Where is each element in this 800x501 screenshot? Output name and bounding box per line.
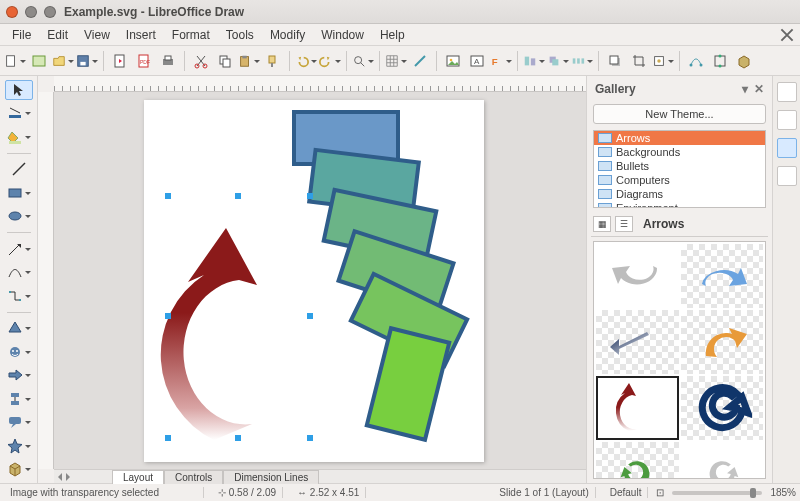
export-pdf-button[interactable]: PDF bbox=[133, 50, 155, 72]
templates-button[interactable] bbox=[28, 50, 50, 72]
tab-layout[interactable]: Layout bbox=[112, 470, 164, 484]
open-button[interactable] bbox=[52, 50, 74, 72]
gallery-menu-icon[interactable]: ▾ bbox=[742, 82, 748, 96]
menu-insert[interactable]: Insert bbox=[118, 26, 164, 44]
sidebar-navigator-icon[interactable] bbox=[777, 166, 797, 186]
tab-controls[interactable]: Controls bbox=[164, 470, 223, 484]
arrow-thumb-3[interactable] bbox=[596, 310, 679, 374]
export-button[interactable] bbox=[109, 50, 131, 72]
redo-button[interactable] bbox=[319, 50, 341, 72]
new-theme-button[interactable]: New Theme... bbox=[593, 104, 766, 124]
sidebar-gallery-icon[interactable] bbox=[777, 138, 797, 158]
sidebar-properties-icon[interactable] bbox=[777, 82, 797, 102]
fontwork-button[interactable]: F bbox=[490, 50, 512, 72]
print-button[interactable] bbox=[157, 50, 179, 72]
theme-item-bullets[interactable]: Bullets bbox=[594, 159, 765, 173]
tab-dimension-lines[interactable]: Dimension Lines bbox=[223, 470, 319, 484]
sidebar-shapes-icon[interactable] bbox=[777, 110, 797, 130]
copy-button[interactable] bbox=[214, 50, 236, 72]
ellipse-tool[interactable] bbox=[5, 207, 33, 227]
arrow-thumb-4[interactable] bbox=[681, 310, 764, 374]
selection-handle[interactable] bbox=[235, 435, 241, 441]
connector-tool[interactable] bbox=[5, 286, 33, 306]
gluepoints-button[interactable] bbox=[709, 50, 731, 72]
basic-shapes-tool[interactable] bbox=[5, 318, 33, 338]
drawing-canvas[interactable] bbox=[54, 92, 586, 469]
extrusion-button[interactable] bbox=[733, 50, 755, 72]
3d-objects-tool[interactable] bbox=[5, 459, 33, 479]
fill-color-tool[interactable] bbox=[5, 127, 33, 147]
arrow-thumb-7[interactable] bbox=[596, 442, 679, 479]
theme-item-backgrounds[interactable]: Backgrounds bbox=[594, 145, 765, 159]
distribute-button[interactable] bbox=[571, 50, 593, 72]
theme-item-environment[interactable]: Environment bbox=[594, 201, 765, 208]
save-button[interactable] bbox=[76, 50, 98, 72]
page[interactable] bbox=[144, 100, 484, 462]
zoom-button[interactable] bbox=[352, 50, 374, 72]
rectangle-tool[interactable] bbox=[5, 183, 33, 203]
helplines-button[interactable] bbox=[409, 50, 431, 72]
shadow-button[interactable] bbox=[604, 50, 626, 72]
selection-handle[interactable] bbox=[235, 193, 241, 199]
curve-tool[interactable] bbox=[5, 263, 33, 283]
arrow-line-tool[interactable] bbox=[5, 239, 33, 259]
callout-tool[interactable] bbox=[5, 412, 33, 432]
paste-button[interactable] bbox=[238, 50, 260, 72]
insert-textbox-button[interactable]: A bbox=[466, 50, 488, 72]
selection-handle[interactable] bbox=[307, 435, 313, 441]
arrange-button[interactable] bbox=[547, 50, 569, 72]
theme-item-computers[interactable]: Computers bbox=[594, 173, 765, 187]
cut-button[interactable] bbox=[190, 50, 212, 72]
detail-view-button[interactable]: ☰ bbox=[615, 216, 633, 232]
canvas-rectangle[interactable] bbox=[367, 328, 449, 440]
arrow-thumb-6[interactable] bbox=[681, 376, 764, 440]
fit-page-icon[interactable]: ⊡ bbox=[656, 487, 664, 498]
clone-formatting-button[interactable] bbox=[262, 50, 284, 72]
selection-handle[interactable] bbox=[165, 193, 171, 199]
block-arrows-tool[interactable] bbox=[5, 365, 33, 385]
new-document-button[interactable] bbox=[4, 50, 26, 72]
zoom-slider[interactable] bbox=[672, 491, 762, 495]
gallery-theme-list[interactable]: ArrowsBackgroundsBulletsComputersDiagram… bbox=[593, 130, 766, 208]
grid-button[interactable] bbox=[385, 50, 407, 72]
selection-handle[interactable] bbox=[307, 193, 313, 199]
line-color-tool[interactable] bbox=[5, 104, 33, 124]
crop-button[interactable] bbox=[628, 50, 650, 72]
icon-view-button[interactable]: ▦ bbox=[593, 216, 611, 232]
selection-handle[interactable] bbox=[165, 313, 171, 319]
select-tool[interactable] bbox=[5, 80, 33, 100]
line-tool[interactable] bbox=[5, 160, 33, 180]
window-minimize-button[interactable] bbox=[25, 6, 37, 18]
menu-help[interactable]: Help bbox=[372, 26, 413, 44]
filter-button[interactable] bbox=[652, 50, 674, 72]
theme-item-arrows[interactable]: Arrows bbox=[594, 131, 765, 145]
symbol-shapes-tool[interactable] bbox=[5, 342, 33, 362]
menu-window[interactable]: Window bbox=[313, 26, 372, 44]
menu-file[interactable]: File bbox=[4, 26, 39, 44]
theme-item-diagrams[interactable]: Diagrams bbox=[594, 187, 765, 201]
gallery-close-icon[interactable]: ✕ bbox=[754, 82, 764, 96]
menu-view[interactable]: View bbox=[76, 26, 118, 44]
align-button[interactable] bbox=[523, 50, 545, 72]
menu-tools[interactable]: Tools bbox=[218, 26, 262, 44]
document-close-icon[interactable] bbox=[780, 28, 794, 42]
vertical-ruler[interactable] bbox=[38, 92, 54, 469]
insert-image-button[interactable] bbox=[442, 50, 464, 72]
arrow-thumb-2[interactable] bbox=[681, 244, 764, 308]
menu-format[interactable]: Format bbox=[164, 26, 218, 44]
stars-tool[interactable] bbox=[5, 436, 33, 456]
menu-edit[interactable]: Edit bbox=[39, 26, 76, 44]
window-close-button[interactable] bbox=[6, 6, 18, 18]
selection-handle[interactable] bbox=[307, 313, 313, 319]
tab-nav-icons[interactable] bbox=[54, 471, 82, 483]
arrow-thumb-8[interactable] bbox=[681, 442, 764, 479]
zoom-level[interactable]: 185% bbox=[770, 487, 796, 498]
undo-button[interactable] bbox=[295, 50, 317, 72]
horizontal-ruler[interactable] bbox=[54, 76, 586, 92]
menu-modify[interactable]: Modify bbox=[262, 26, 313, 44]
points-button[interactable] bbox=[685, 50, 707, 72]
window-maximize-button[interactable] bbox=[44, 6, 56, 18]
selection-handle[interactable] bbox=[165, 435, 171, 441]
arrow-thumb-1[interactable] bbox=[596, 244, 679, 308]
flowchart-tool[interactable] bbox=[5, 389, 33, 409]
